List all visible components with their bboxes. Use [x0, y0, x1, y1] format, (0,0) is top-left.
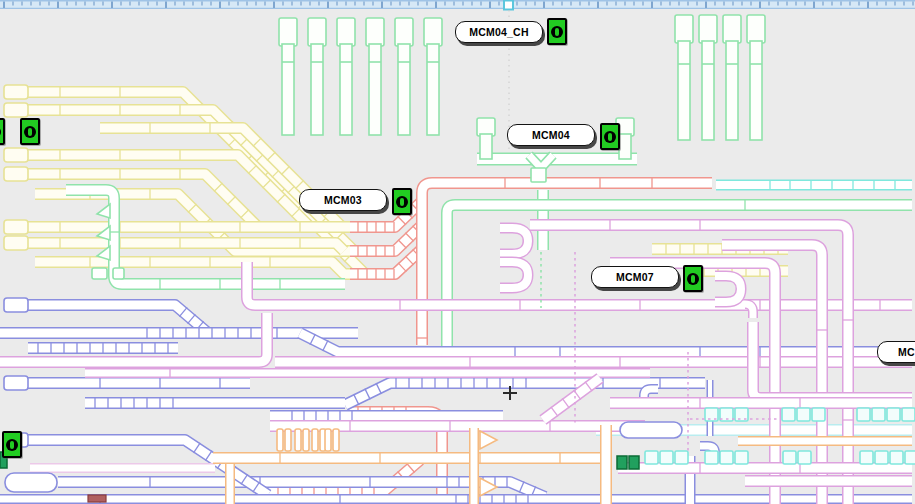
conveyor-mimic-diagram [0, 0, 915, 504]
scada-conveyor-view: MCM04_CH MCM04 MCM03 MCM07 MC [0, 0, 915, 504]
indicator-lens-icon [551, 26, 563, 38]
mcm07-label[interactable]: MCM07 [591, 266, 679, 288]
status-indicator-icon[interactable] [20, 118, 40, 145]
indicator-lens-icon [687, 273, 699, 285]
mcm03-label[interactable]: MCM03 [299, 189, 387, 211]
indicator-lens-icon [6, 439, 18, 451]
indicator-lens-icon [396, 196, 408, 208]
status-indicator-icon[interactable] [0, 118, 5, 145]
conveyor-network [0, 15, 915, 504]
top-ruler [0, 0, 915, 10]
status-indicator-icon[interactable] [2, 431, 22, 458]
status-indicator-icon[interactable] [683, 265, 703, 292]
crosshair-cursor [509, 386, 511, 400]
status-indicator-icon[interactable] [600, 123, 620, 150]
mcm-partial-label[interactable]: MC [877, 341, 915, 363]
indicator-lens-icon [604, 131, 616, 143]
status-indicator-icon[interactable] [392, 188, 412, 215]
mcm04-ch-label[interactable]: MCM04_CH [455, 21, 543, 43]
status-indicator-icon[interactable] [547, 18, 567, 45]
mcm04-label[interactable]: MCM04 [507, 124, 595, 146]
indicator-lens-icon [0, 126, 1, 138]
indicator-lens-icon [24, 126, 36, 138]
